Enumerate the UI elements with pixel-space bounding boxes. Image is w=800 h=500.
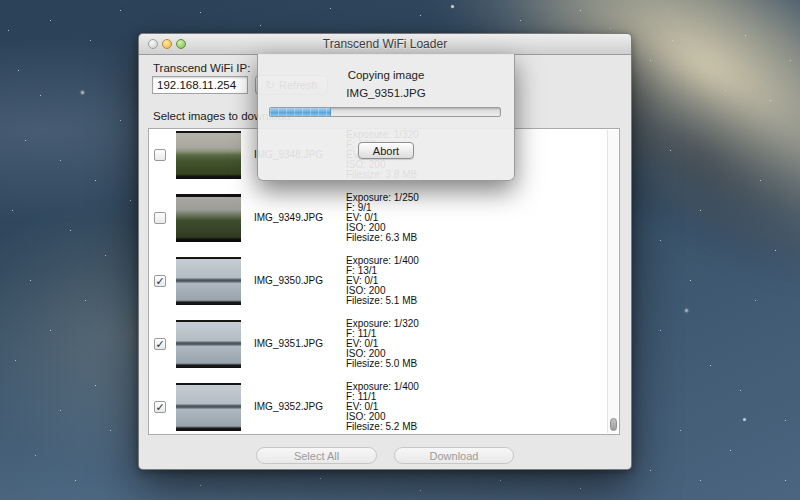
progress-fill (270, 108, 331, 116)
bright-stars (0, 0, 1, 1)
dialog-title: Copying image (258, 69, 514, 81)
desktop-wallpaper: Transcend WiFi Loader Transcend WiFi IP:… (0, 0, 800, 500)
exif-line: Exposure: 1/250 (346, 193, 419, 203)
exif-info: Exposure: 1/320F: 11/1EV: 0/1ISO: 200Fil… (346, 319, 419, 369)
image-thumbnail (176, 194, 241, 242)
image-list-row: ✓ IMG_9351.JPG Exposure: 1/320F: 11/1EV:… (149, 312, 619, 375)
exif-line: Exposure: 1/320 (346, 319, 419, 329)
image-checkbox[interactable] (154, 212, 166, 224)
image-thumbnail (176, 257, 241, 305)
exif-line: F: 11/1 (346, 329, 419, 339)
exif-line: Filesize: 5.2 MB (346, 422, 419, 432)
exif-line: ISO: 200 (346, 286, 419, 296)
image-filename: IMG_9349.JPG (254, 212, 332, 223)
image-checkbox[interactable]: ✓ (154, 275, 166, 287)
image-thumbnail (176, 383, 241, 431)
exif-line: Filesize: 5.1 MB (346, 296, 419, 306)
dialog-filename: IMG_9351.JPG (258, 87, 514, 99)
abort-button[interactable]: Abort (358, 142, 414, 159)
exif-line: Exposure: 1/400 (346, 256, 419, 266)
exif-line: ISO: 200 (346, 412, 419, 422)
exif-info: Exposure: 1/400F: 11/1EV: 0/1ISO: 200Fil… (346, 382, 419, 432)
ip-label: Transcend WiFi IP: (153, 62, 250, 74)
image-list-row: ✓ IMG_9350.JPG Exposure: 1/400F: 13/1EV:… (149, 249, 619, 312)
image-checkbox[interactable] (154, 149, 166, 161)
image-thumbnail (176, 131, 241, 179)
window-title: Transcend WiFi Loader (139, 37, 631, 51)
exif-line: Filesize: 5.0 MB (346, 359, 419, 369)
image-filename: IMG_9352.JPG (254, 401, 332, 412)
copy-progress-dialog: Copying image IMG_9351.JPG Abort (257, 54, 515, 181)
scrollbar-track[interactable] (607, 130, 618, 433)
exif-line: Exposure: 1/400 (346, 382, 419, 392)
app-window: Transcend WiFi Loader Transcend WiFi IP:… (138, 33, 632, 470)
select-all-button[interactable]: Select All (256, 447, 377, 464)
exif-line: ISO: 200 (346, 349, 419, 359)
exif-line: EV: 0/1 (346, 276, 419, 286)
exif-line: F: 11/1 (346, 392, 419, 402)
image-checkbox[interactable]: ✓ (154, 338, 166, 350)
image-thumbnail (176, 320, 241, 368)
image-checkbox[interactable]: ✓ (154, 401, 166, 413)
image-list-row: ✓ IMG_9352.JPG Exposure: 1/400F: 11/1EV:… (149, 375, 619, 435)
image-filename: IMG_9350.JPG (254, 275, 332, 286)
ip-input[interactable] (152, 76, 248, 94)
window-titlebar[interactable]: Transcend WiFi Loader (139, 34, 631, 55)
bottom-button-row: Select All Download (139, 447, 631, 464)
scrollbar-thumb[interactable] (610, 418, 617, 431)
exif-line: EV: 0/1 (346, 339, 419, 349)
exif-line: EV: 0/1 (346, 213, 419, 223)
exif-line: Filesize: 6.3 MB (346, 233, 419, 243)
exif-line: F: 13/1 (346, 266, 419, 276)
exif-info: Exposure: 1/400F: 13/1EV: 0/1ISO: 200Fil… (346, 256, 419, 306)
exif-line: EV: 0/1 (346, 402, 419, 412)
exif-line: F: 9/1 (346, 203, 419, 213)
image-list-row: IMG_9349.JPG Exposure: 1/250F: 9/1EV: 0/… (149, 186, 619, 249)
download-button[interactable]: Download (394, 447, 514, 464)
exif-line: ISO: 200 (346, 223, 419, 233)
exif-info: Exposure: 1/250F: 9/1EV: 0/1ISO: 200File… (346, 193, 419, 243)
progress-bar (269, 107, 501, 117)
image-filename: IMG_9351.JPG (254, 338, 332, 349)
